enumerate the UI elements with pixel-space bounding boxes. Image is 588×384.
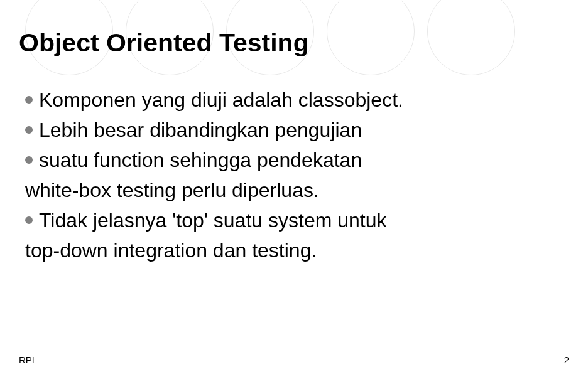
footer-label: RPL	[19, 355, 37, 365]
bullet-icon	[25, 156, 33, 164]
bullet-text-4: Tidak jelasnya 'top' suatu system untuk	[39, 209, 387, 232]
bullet-text-2: Lebih besar dibandingkan pengujian	[39, 119, 362, 141]
bullet-text-1: Komponen yang diuji adalah classobject.	[39, 88, 403, 111]
slide-content: Komponen yang diuji adalah classobject. …	[25, 85, 563, 265]
bullet-text-4-continuation: top-down integration dan testing.	[25, 235, 563, 265]
page-number: 2	[564, 355, 569, 365]
bullet-text-3-continuation: white-box testing perlu diperluas.	[25, 175, 563, 205]
bullet-icon	[25, 126, 33, 134]
bullet-icon	[25, 216, 33, 224]
bullet-icon	[25, 96, 33, 104]
slide-title: Object Oriented Testing	[19, 28, 309, 58]
bullet-text-3: suatu function sehingga pendekatan	[39, 149, 362, 171]
